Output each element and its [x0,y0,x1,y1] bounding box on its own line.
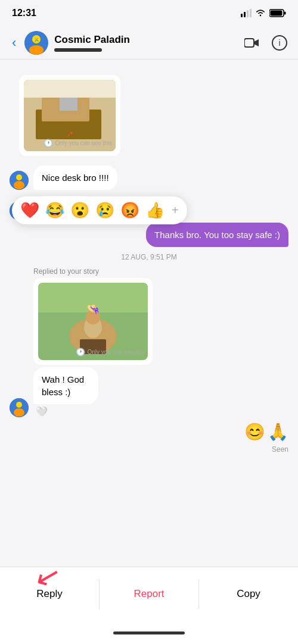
svg-text:⚔: ⚔ [34,36,39,43]
clock-icon2: 🕐 [76,348,85,357]
story-reply-label: Replied to your story [33,267,298,276]
reaction-thumbsup[interactable]: 👍 [145,201,164,220]
svg-rect-19 [24,80,116,98]
svg-point-35 [16,402,22,408]
status-icons [241,9,286,17]
back-button[interactable]: ‹ [10,33,18,53]
reaction-add-button[interactable]: + [172,204,179,217]
report-button[interactable]: Report [100,567,198,621]
svg-point-22 [16,174,22,180]
seen-emoji-smile: 😊 [244,422,265,442]
message-bubble-wah: Wah ! God bless :) [33,367,98,404]
svg-rect-3 [250,9,252,17]
story-reply-card: 👒 🕐 Only you can see this [33,278,153,365]
reply-button[interactable]: Reply [0,567,99,621]
header-actions: i [243,34,288,52]
action-row: Reply Report Copy [0,567,298,621]
clock-icon: 🕐 [44,139,53,148]
message-bubble: Nice desk bro !!!! [33,165,117,190]
svg-point-4 [260,15,262,17]
svg-rect-2 [247,10,249,17]
message-row: Thanks bro. You too stay safe :) [10,223,288,247]
status-bar: 12:31 [0,0,298,26]
sender-avatar [10,398,29,417]
story-image-top: 📌 🕐 Only you can see this [24,80,116,151]
seen-emoji-pray: 🙏 [268,422,288,442]
sender-avatar [10,171,29,190]
message-bubble-sent: Thanks bro. You too stay safe :) [146,223,288,247]
svg-point-23 [14,181,24,189]
home-indicator [0,621,298,644]
reaction-angry[interactable]: 😡 [120,201,139,220]
message-row-wah: Wah ! God bless :) 🤍 [10,367,288,417]
seen-label: Seen [272,445,288,454]
svg-rect-7 [284,12,286,15]
copy-button[interactable]: Copy [199,567,298,621]
message-row: Nice desk bro !!!! [10,165,288,190]
story-card-top: 📌 🕐 Only you can see this [10,70,288,161]
seen-emojis: 😊 🙏 [244,422,288,442]
contact-status [54,48,102,52]
story-reply-image: 👒 🕐 Only you can see this [38,283,148,360]
wifi-icon [255,9,266,17]
svg-rect-1 [244,12,246,17]
signal-icon [241,9,252,17]
reaction-heart[interactable]: ❤️ [20,201,39,220]
chat-header: ‹ ⚔ Cosmic Paladin i [0,26,298,60]
video-call-button[interactable] [243,34,261,52]
story-expired-overlay2: 🕐 Only you can see this [76,348,144,357]
status-time: 12:31 [12,8,36,18]
svg-rect-12 [244,39,254,47]
svg-point-10 [29,45,44,55]
reaction-bar[interactable]: ❤️ 😂 😮 😢 😡 👍 + [12,196,187,224]
svg-text:👒: 👒 [86,302,100,315]
message-timestamp: 12 AUG, 9:51 PM [0,253,298,261]
reaction-laugh[interactable]: 😂 [45,201,64,220]
svg-rect-0 [241,14,243,17]
svg-rect-6 [271,11,283,16]
home-bar [113,632,185,634]
bottom-action-bar: ↙ Reply Report Copy [0,567,298,644]
contact-name: Cosmic Paladin [54,34,237,46]
svg-text:i: i [278,38,280,48]
reaction-wow[interactable]: 😮 [70,201,89,220]
story-expired-overlay: 🕐 Only you can see this [44,139,112,148]
info-button[interactable]: i [271,34,288,52]
svg-text:📌: 📌 [67,132,73,137]
story-expired-text: Only you can see this [55,140,112,146]
chat-area: 📌 🕐 Only you can see this Nice desk bro … [0,60,298,567]
contact-avatar: ⚔ [24,31,48,55]
reaction-cry[interactable]: 😢 [95,201,114,220]
contact-info: Cosmic Paladin [54,34,237,52]
message-reaction: 🤍 [36,406,124,417]
battery-icon [269,9,286,17]
svg-point-36 [14,408,24,417]
seen-row: 😊 🙏 Seen [0,420,298,454]
